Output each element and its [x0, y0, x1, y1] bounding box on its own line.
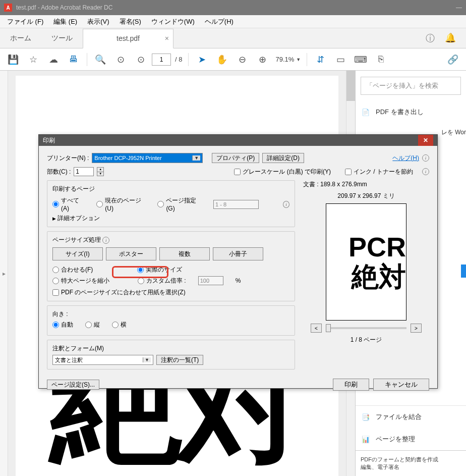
zoom-in-icon[interactable]: ⊕ — [253, 50, 271, 69]
clipped-text: レを Wor — [441, 128, 466, 137]
help-link[interactable]: ヘルプ(H) — [392, 154, 419, 163]
next-page-icon[interactable]: ⊙ — [132, 50, 150, 69]
dialog-close-button[interactable]: ✕ — [418, 135, 433, 146]
tab-bar: ホーム ツール test.pdf × ⓘ 🔔 — [0, 28, 466, 48]
preview-prev-button[interactable]: < — [311, 324, 322, 333]
dialog-title-bar: 印刷 ✕ — [39, 135, 437, 146]
copies-label: 部数(C) : — [47, 168, 71, 176]
ink-info-icon[interactable]: i — [422, 168, 429, 175]
percent-label: % — [236, 277, 241, 284]
blue-indicator — [461, 265, 466, 278]
separator — [307, 53, 307, 66]
menu-edit[interactable]: 編集 (E) — [49, 16, 81, 27]
preview-page-counter: 1 / 8 ページ — [351, 336, 382, 344]
grayscale-checkbox[interactable]: グレースケール (白黒) で印刷(Y) — [234, 168, 331, 176]
comments-label: 注釈とフォーム(M) — [52, 344, 289, 353]
title-bar: A test.pdf - Adobe Acrobat Reader DC — — [0, 0, 466, 15]
save-ink-checkbox[interactable]: インク / トナーを節約 — [345, 168, 413, 176]
organize-pages-icon: 📊 — [361, 434, 371, 444]
fit-page-icon[interactable]: ▭ — [331, 50, 350, 69]
separator — [188, 53, 189, 66]
radio-shrink[interactable]: 特大ページを縮小 — [52, 277, 109, 285]
print-preview: PCR 絶対 — [326, 203, 406, 321]
radio-range[interactable]: ページ指定(G) — [157, 196, 201, 212]
size-info-icon[interactable]: i — [102, 237, 109, 244]
zoom-level[interactable]: 79.1%▼ — [273, 56, 303, 63]
copies-input[interactable] — [74, 167, 94, 176]
print-icon[interactable]: 🖶 — [65, 50, 83, 69]
menu-file[interactable]: ファイル (F) — [3, 16, 47, 27]
print-dialog: 印刷 ✕ プリンター(N) : Brother DCP-J952N Printe… — [38, 134, 438, 389]
pages-to-print-group: 印刷するページ すべて(A) 現在のページ(U) ページ指定(G) i ▶詳細オ… — [47, 180, 295, 227]
tab-document[interactable]: test.pdf × — [83, 29, 173, 48]
window-title: test.pdf - Adobe Acrobat Reader DC — [16, 4, 112, 11]
close-tab-icon[interactable]: × — [165, 34, 169, 42]
comments-select[interactable]: 文書と注釈▼ — [52, 355, 153, 365]
fit-width-icon[interactable]: ⇵ — [311, 50, 329, 69]
bottom-promo: PDFのフォームと契約書を作成 編集、電子署名 — [356, 450, 466, 476]
menu-window[interactable]: ウィンドウ(W) — [147, 16, 199, 27]
mode-booklet-button[interactable]: 小冊子 — [213, 247, 263, 260]
comments-forms-group: 注釈とフォーム(M) 文書と注釈▼ 注釈の一覧(T) — [47, 340, 295, 369]
radio-current[interactable]: 現在のページ(U) — [96, 196, 145, 212]
toolbar: 💾 ☆ ☁ 🖶 🔍 ⊙ ⊙ / 8 ➤ ✋ ⊖ ⊕ 79.1%▼ ⇵ ▭ ⌨ ⎘… — [0, 48, 466, 71]
radio-orient-landscape[interactable]: 横 — [112, 321, 127, 329]
radio-all[interactable]: すべて(A) — [52, 196, 84, 212]
arrow-tool-icon[interactable]: ➤ — [193, 50, 211, 69]
help-info-icon[interactable]: i — [422, 154, 429, 162]
preview-slider[interactable] — [326, 327, 406, 329]
preview-next-button[interactable]: > — [411, 324, 422, 333]
minimize-button[interactable]: — — [456, 4, 462, 11]
mode-multiple-button[interactable]: 複数 — [159, 247, 210, 260]
zoom-find-icon[interactable]: 🔍 — [91, 50, 109, 69]
radio-actual-size[interactable]: 実際のサイズ — [137, 266, 182, 274]
comments-list-button[interactable]: 注釈の一覧(T) — [156, 355, 203, 365]
paper-size-text: 209.97 x 296.97 ミリ — [337, 192, 394, 200]
menu-help[interactable]: ヘルプ(H) — [201, 16, 238, 27]
zoom-out-icon[interactable]: ⊖ — [233, 50, 251, 69]
tab-home[interactable]: ホーム — [0, 28, 41, 48]
app-icon: A — [4, 4, 12, 12]
advanced-button[interactable]: 詳細設定(D) — [262, 153, 304, 163]
radio-fit[interactable]: 合わせる(F) — [52, 266, 93, 274]
tool-organize-pages[interactable]: 📊 ページを整理 — [356, 428, 466, 450]
help-icon[interactable]: ⓘ — [426, 32, 435, 44]
custom-scale-input[interactable] — [198, 276, 223, 285]
choose-paper-checkbox[interactable]: PDF のページサイズに合わせて用紙を選択(Z) — [52, 288, 289, 297]
search-tools-input[interactable]: 「ページを挿入」を検索 — [361, 77, 461, 95]
hand-tool-icon[interactable]: ✋ — [213, 50, 231, 69]
export-pdf-icon: 📄 — [361, 107, 371, 117]
page-range-input[interactable] — [213, 200, 259, 209]
menu-view[interactable]: 表示(V) — [83, 16, 113, 27]
separator — [87, 53, 87, 66]
keyboard-icon[interactable]: ⌨ — [352, 50, 370, 69]
radio-orient-auto[interactable]: 自動 — [52, 321, 73, 329]
radio-custom-scale[interactable]: カスタム倍率 : — [138, 277, 186, 285]
pages-info-icon[interactable]: i — [283, 201, 289, 208]
radio-orient-portrait[interactable]: 縦 — [85, 321, 100, 329]
cancel-button[interactable]: キャンセル — [373, 379, 429, 391]
save-icon[interactable]: 💾 — [4, 50, 22, 69]
printer-select[interactable]: Brother DCP-J952N Printer▼ — [92, 153, 203, 163]
more-options-toggle[interactable]: ▶詳細オプション — [52, 214, 289, 223]
print-button[interactable]: 印刷 — [333, 379, 369, 391]
mode-size-button[interactable]: サイズ(I) — [52, 247, 103, 260]
copies-spinner[interactable]: ▲▼ — [97, 167, 104, 176]
menu-bar: ファイル (F) 編集 (E) 表示(V) 署名(S) ウィンドウ(W) ヘルプ… — [0, 15, 466, 28]
menu-sign[interactable]: 署名(S) — [115, 16, 145, 27]
cloud-icon[interactable]: ☁ — [44, 50, 63, 69]
page-sizing-group: ページサイズ処理 i サイズ(I) ポスター 複数 小冊子 合わせる(F) 実際… — [47, 231, 295, 301]
tool-combine-files[interactable]: 📑 ファイルを結合 — [356, 405, 466, 428]
share-link-icon[interactable]: 🔗 — [444, 50, 462, 69]
left-nav-collapse[interactable]: ▸ — [0, 71, 8, 476]
prev-page-icon[interactable]: ⊙ — [111, 50, 130, 69]
bell-icon[interactable]: 🔔 — [445, 32, 456, 44]
tool-export-pdf[interactable]: 📄 PDF を書き出し — [356, 101, 466, 123]
read-aloud-icon[interactable]: ⎘ — [372, 50, 390, 69]
page-number-input[interactable] — [152, 54, 171, 66]
tab-tools[interactable]: ツール — [41, 28, 83, 48]
properties-button[interactable]: プロパティ(P) — [212, 153, 259, 163]
star-icon[interactable]: ☆ — [24, 50, 42, 69]
mode-poster-button[interactable]: ポスター — [106, 247, 156, 260]
page-setup-button[interactable]: ページ設定(S)... — [47, 380, 99, 390]
